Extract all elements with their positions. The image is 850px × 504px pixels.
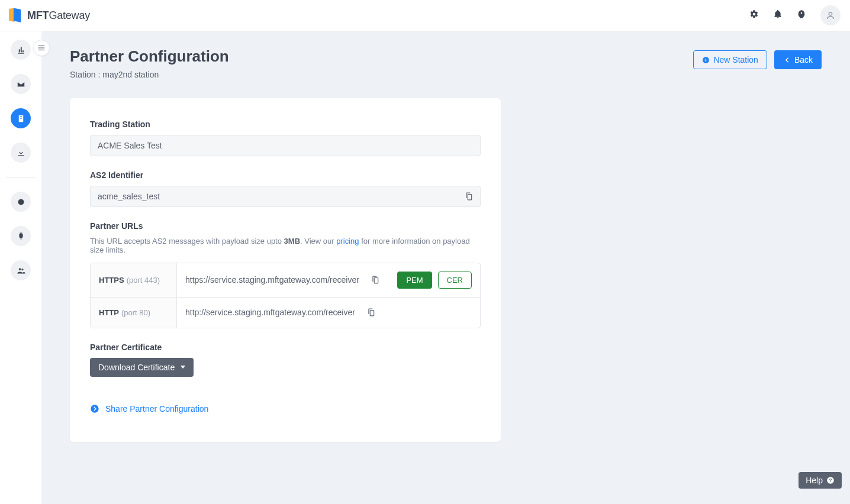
page-subtitle: Station : may2nd station [70,70,229,79]
port-443: (port 443) [127,276,160,285]
download-certificate-button[interactable]: Download Certificate [90,358,194,377]
back-label: Back [794,54,813,65]
pricing-link[interactable]: pricing [336,237,359,245]
share-partner-config-link[interactable]: Share Partner Configuration [90,404,208,413]
back-button[interactable]: Back [774,50,822,69]
cer-button[interactable]: CER [438,272,472,289]
partner-config-card: Trading Station ACME Sales Test AS2 Iden… [70,98,501,442]
svg-text:?: ? [829,478,832,483]
envelope-icon [17,80,25,89]
share-partner-label: Share Partner Configuration [105,404,208,413]
svg-rect-5 [20,116,22,117]
chevron-down-icon [181,366,185,369]
user-avatar-button[interactable] [820,5,841,25]
chevron-circle-right-icon [90,404,99,413]
copy-icon[interactable] [367,308,375,316]
svg-point-11 [91,405,98,412]
partner-urls-label: Partner URLs [90,221,481,231]
bell-icon[interactable] [773,9,783,21]
svg-point-7 [18,199,24,205]
https-url: https://service.staging.mftgateway.com/r… [185,275,359,285]
gear-icon[interactable] [749,9,759,21]
help-button[interactable]: Help ? [799,472,842,489]
plus-circle-icon [702,56,710,64]
sidebar-toggle-button[interactable] [33,40,50,56]
partner-certificate-label: Partner Certificate [90,343,481,352]
copy-icon[interactable] [465,192,473,201]
plug-icon [17,232,25,241]
sidebar-divider [6,177,36,177]
download-icon [17,148,25,157]
copy-icon[interactable] [371,276,379,284]
logo-text: MFTGateway [27,9,90,22]
badge-icon [17,198,25,206]
menu-icon [37,44,46,52]
rocket-icon[interactable] [797,9,806,21]
users-icon [17,266,25,275]
page-title: Partner Configuration [70,47,229,66]
pem-button[interactable]: PEM [397,272,432,289]
chevron-left-icon [783,56,791,64]
top-navbar: MFTGateway [0,0,850,31]
svg-point-9 [21,269,23,270]
sidebar-item-dashboard[interactable] [11,40,31,60]
sidebar-item-stations[interactable] [11,108,31,128]
download-certificate-label: Download Certificate [98,363,175,372]
svg-point-8 [18,268,21,270]
trading-station-value: ACME Sales Test [98,141,162,150]
table-row: HTTPS (port 443) https://service.staging… [91,263,480,297]
partner-urls-table: HTTPS (port 443) https://service.staging… [90,263,481,328]
sidebar-item-users[interactable] [11,260,31,280]
as2-identifier-label: AS2 Identifier [90,170,481,180]
http-url: http://service.staging.mftgateway.com/re… [185,308,355,317]
help-label: Help [806,476,823,485]
trading-station-field: ACME Sales Test [90,135,481,156]
sidebar-item-integrations[interactable] [11,226,31,246]
table-row: HTTP (port 80) http://service.staging.mf… [91,297,480,328]
logo[interactable]: MFTGateway [7,7,90,24]
sidebar-item-certificates[interactable] [11,192,31,212]
trading-station-label: Trading Station [90,119,481,129]
partner-urls-help: This URL accepts AS2 messages with paylo… [90,237,481,254]
svg-rect-6 [20,118,22,118]
sidebar-item-download[interactable] [11,143,31,163]
proto-https: HTTPS [99,276,124,285]
svg-point-0 [829,12,832,15]
as2-identifier-field: acme_sales_test [90,186,481,207]
server-icon [17,114,25,123]
main-content: Partner Configuration Station : may2nd s… [41,31,850,504]
new-station-button[interactable]: New Station [693,50,767,69]
proto-http: HTTP [99,308,119,317]
new-station-label: New Station [713,54,758,65]
sidebar-item-messages[interactable] [11,74,31,94]
sidebar [0,31,41,504]
chart-icon [17,46,25,54]
port-80: (port 80) [121,308,150,317]
question-circle-icon: ? [826,476,835,484]
logo-icon [7,7,24,24]
as2-identifier-value: acme_sales_test [98,192,160,201]
